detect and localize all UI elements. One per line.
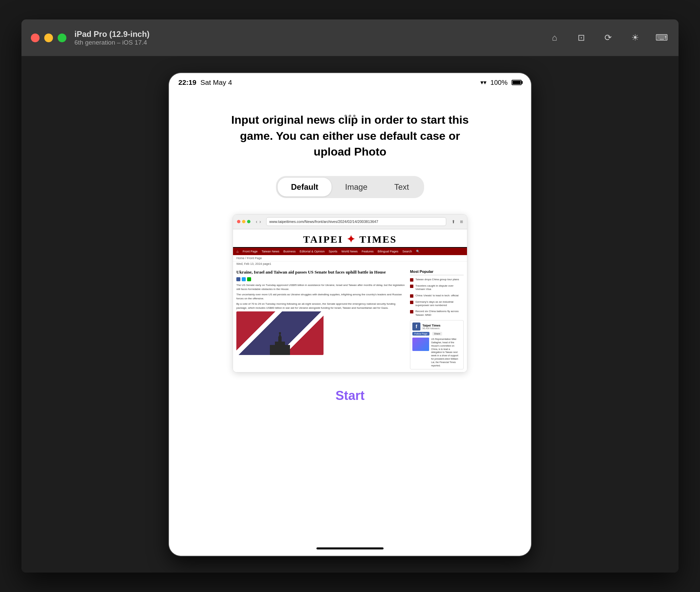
nav-features[interactable]: Features [362, 250, 374, 253]
ipad-statusbar: 22:19 Sat May 4 ▾▾ 100% [169, 73, 531, 92]
social-icons [236, 277, 406, 281]
fb-actions: Follow Page Share [412, 332, 461, 336]
popular-text-3: China 'cheats' to lead in tech: official [415, 294, 459, 297]
article-breadcrumb: Home / Front Page [233, 255, 467, 261]
device-subtitle: 6th generation – iOS 17.4 [74, 39, 150, 46]
titlebar-icons: ⌂ ⊡ ⟳ ☀ ⌨ [547, 31, 669, 45]
article-headline: Ukraine, Israel and Taiwan aid passes US… [236, 269, 406, 275]
status-right: ▾▾ 100% [481, 79, 522, 87]
svg-rect-4 [279, 332, 281, 334]
fb-post-image [412, 338, 429, 351]
brightness-icon[interactable]: ☀ [628, 31, 642, 45]
newspaper-header: TAIPEI ✦ TIMES [233, 229, 467, 248]
browser-minimize[interactable] [242, 220, 245, 223]
twitter-share-icon[interactable] [242, 277, 246, 281]
battery-percent: 100% [491, 79, 508, 87]
home-indicator [169, 541, 531, 556]
rotate-icon[interactable]: ⟳ [601, 31, 615, 45]
nav-home[interactable]: ⌂ [236, 249, 239, 253]
traffic-lights [31, 34, 66, 42]
screenshot-icon[interactable]: ⊡ [574, 31, 589, 45]
article-image [236, 311, 323, 355]
nav-sports[interactable]: Sports [329, 250, 337, 253]
dot-1 [345, 115, 347, 117]
article-text-1: The US Senate early on Tuesday approved … [236, 283, 406, 291]
fb-share-button[interactable]: Share [432, 332, 443, 336]
browser-share[interactable]: ⬆ [452, 219, 455, 224]
page-instruction: Input original news clip in order to sta… [222, 112, 478, 160]
fb-header: f Taipei Times 96,436 followers [412, 323, 461, 331]
newspaper-logo: TAIPEI ✦ TIMES [238, 233, 462, 245]
line-share-icon[interactable] [247, 277, 251, 281]
popular-item-5: Record six China balloons fly across Tai… [410, 310, 464, 317]
facebook-widget: f Taipei Times 96,436 followers Follow P… [410, 320, 464, 369]
nav-world[interactable]: World News [341, 250, 357, 253]
title-text: iPad Pro (12.9-inch) 6th generation – iO… [74, 30, 150, 46]
mac-window: iPad Pro (12.9-inch) 6th generation – iO… [21, 19, 679, 573]
popular-num-2 [410, 285, 413, 288]
nav-bilingual[interactable]: Bilingual Pages [378, 250, 398, 253]
article-text-3: By a vote of 70 to 29 on Tuesday morning… [236, 302, 406, 310]
wifi-icon: ▾▾ [481, 79, 487, 86]
fb-post-text: US Representative Mike Gallagher, head o… [431, 338, 461, 367]
fb-follow-button[interactable]: Follow Page [412, 332, 430, 336]
tab-text[interactable]: Text [381, 178, 422, 196]
nav-search-icon[interactable]: 🔍 [416, 250, 420, 253]
popular-num-3 [410, 294, 413, 298]
popular-text-2: Travelers caught in dispute over Vietnam… [415, 284, 464, 291]
nav-business[interactable]: Business [283, 250, 296, 253]
status-date: Sat May 4 [200, 79, 232, 87]
browser-tabs[interactable]: ⊞ [460, 219, 463, 224]
newspaper-nav: ⌂ Front Page Taiwan News Business Editor… [233, 248, 467, 255]
browser-back[interactable]: ‹ [256, 219, 257, 224]
popular-item-4: Germany's days as an industrial superpow… [410, 300, 464, 307]
news-sidebar: Most Popular Taiwan drops China group to… [410, 269, 464, 370]
popular-text-1: Taiwan drops China group tour plans [415, 278, 459, 281]
segmented-control: Default Image Text [276, 176, 424, 198]
mac-titlebar: iPad Pro (12.9-inch) 6th generation – iO… [21, 19, 679, 56]
fb-post: US Representative Mike Gallagher, head o… [412, 338, 461, 367]
start-button[interactable]: Start [336, 389, 365, 403]
popular-text-5: Record six China balloons fly across Tai… [415, 310, 464, 317]
keyboard-icon[interactable]: ⌨ [654, 31, 669, 45]
browser-close[interactable] [237, 220, 240, 223]
popular-item-2: Travelers caught in dispute over Vietnam… [410, 284, 464, 291]
popular-title: Most Popular [410, 269, 464, 275]
maximize-button[interactable] [58, 34, 66, 42]
news-preview: ‹ › www.taipeitimes.com/News/front/archi… [233, 214, 467, 373]
tab-image[interactable]: Image [332, 178, 381, 196]
ipad-screen: 22:19 Sat May 4 ▾▾ 100% [169, 73, 531, 556]
home-bar [316, 547, 384, 549]
popular-num-5 [410, 310, 413, 313]
popular-item-3: China 'cheats' to lead in tech: official [410, 294, 464, 298]
browser-forward[interactable]: › [259, 219, 261, 224]
battery-icon [512, 80, 522, 85]
svg-rect-2 [278, 337, 282, 343]
dot-2 [349, 115, 351, 117]
device-name: iPad Pro (12.9-inch) [74, 30, 150, 39]
capitol-svg [266, 332, 293, 355]
news-body: Ukraine, Israel and Taiwan aid passes US… [233, 267, 467, 373]
popular-item-1: Taiwan drops China group tour plans [410, 278, 464, 282]
close-button[interactable] [31, 34, 40, 42]
browser-url[interactable]: www.taipeitimes.com/News/front/archives/… [266, 217, 446, 226]
news-main: Ukraine, Israel and Taiwan aid passes US… [236, 269, 406, 370]
ipad-main: Input original news clip in order to sta… [169, 92, 531, 541]
nav-taiwan[interactable]: Taiwan News [261, 250, 279, 253]
browser-maximize[interactable] [247, 220, 250, 223]
minimize-button[interactable] [44, 34, 53, 42]
fb-page-name: Taipei Times [422, 324, 441, 327]
nav-front[interactable]: Front Page [243, 250, 258, 253]
facebook-share-icon[interactable] [236, 277, 240, 281]
article-date: Wed, Feb 13, 2024 page1 [233, 261, 467, 267]
home-icon[interactable]: ⌂ [547, 31, 562, 45]
ipad-frame: 22:19 Sat May 4 ▾▾ 100% [169, 73, 531, 556]
popular-text-4: Germany's days as an industrial superpow… [415, 300, 464, 307]
article-text-2: The uncertainty over more US aid persist… [236, 293, 406, 301]
nav-search[interactable]: Search [402, 250, 412, 253]
mac-content: 22:19 Sat May 4 ▾▾ 100% [21, 56, 679, 573]
tab-default[interactable]: Default [278, 178, 332, 196]
newspaper-content: TAIPEI ✦ TIMES ⌂ Front Page Taiwan News … [233, 229, 467, 373]
browser-dots [237, 220, 250, 223]
nav-editorial[interactable]: Editorial & Opinion [300, 250, 325, 253]
